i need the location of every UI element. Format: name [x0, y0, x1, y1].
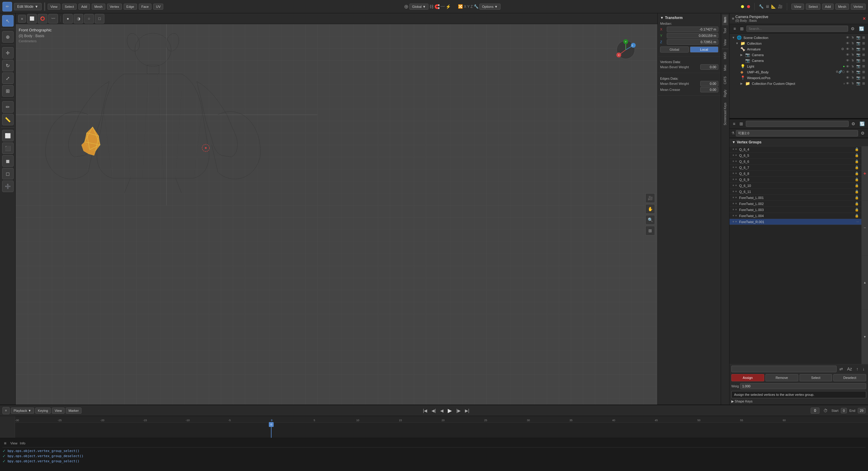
grid-toggle-btn[interactable]: ⊞: [645, 226, 655, 235]
edge-menu[interactable]: Edge: [124, 4, 137, 10]
loop-cut-btn[interactable]: ➕: [2, 181, 13, 192]
outliner-menu-btn[interactable]: ≡: [732, 25, 737, 32]
y-value[interactable]: 0.001159 m: [667, 33, 718, 38]
props-menu-btn[interactable]: ≡: [731, 120, 737, 127]
collection-item[interactable]: ▼ 📁 Collection 👁 🖱 📷 ⊞: [730, 40, 868, 46]
mean-crease-val[interactable]: 0.00: [700, 87, 718, 92]
vg-item-q67[interactable]: ⚬⚬ Q_6_7 🔒: [730, 165, 861, 171]
vg-item-foretwist-l003[interactable]: ⚬⚬ ForeTwist_L.003 🔒: [730, 207, 861, 213]
vg-item-q64[interactable]: ⚬⚬ Q_6_4 🔒: [730, 146, 861, 152]
transform-tool-btn[interactable]: ⊞: [2, 85, 13, 97]
mesh-menu[interactable]: Mesh: [92, 4, 105, 10]
props-display-btn[interactable]: ⊞: [738, 120, 745, 127]
vg-item-q611[interactable]: ⚬⚬ Q_6_11 🔒: [730, 189, 861, 195]
prev-keyframe-btn[interactable]: ◀|: [430, 407, 437, 414]
light-item[interactable]: 💡 Light ● 👁 🖱 📷 ⊞: [730, 63, 868, 69]
jump-start-btn[interactable]: |◀: [422, 407, 429, 414]
outliner-display-btn[interactable]: ⊞: [739, 25, 745, 32]
scene-collection-item[interactable]: ▼ 🌐 Scene Collection 👁 🖱 📷 ⊞: [730, 35, 868, 40]
vg-az-btn[interactable]: Az: [846, 365, 854, 372]
z-value[interactable]: 0.72851 m: [667, 39, 718, 45]
marker-menu[interactable]: Marker: [66, 408, 82, 414]
camera-view-btn[interactable]: 🎥: [645, 193, 655, 203]
far-vertex-menu[interactable]: Vertex: [851, 4, 866, 10]
nav-gizmo[interactable]: Z Y X: [615, 39, 636, 60]
viewport-canvas[interactable]: Front Orthographic (0) Body : Basis Cent…: [16, 24, 657, 405]
vg-sort-up-btn[interactable]: ↑: [855, 365, 860, 372]
ump45-body-item[interactable]: ◆ UMP-45_Body ⚙🔗⬡ 👁 🖱 📷 ⊞: [730, 69, 868, 75]
camera-parent-item[interactable]: ▶ 📷 Camera 👁 🖱 📷 ⊞: [730, 52, 868, 58]
far-select-menu[interactable]: Select: [806, 4, 820, 10]
x-value[interactable]: -0.17427 m: [667, 27, 718, 32]
play-back-btn[interactable]: ◀: [439, 407, 445, 414]
add-menu[interactable]: Add: [79, 4, 90, 10]
vg-item-foretwist-l004[interactable]: ⚬⚬ ForeTwist_L.004 🔒: [730, 213, 861, 219]
vg-move-up-btn[interactable]: ▲: [862, 256, 868, 310]
outliner-search-input[interactable]: [746, 26, 848, 32]
edit-mode-dropdown[interactable]: Edit Mode ▼: [14, 3, 42, 10]
vg-filter-input[interactable]: 可新2.0: [736, 130, 858, 137]
vg-add-btn[interactable]: +: [862, 146, 868, 201]
vg-deselect-btn[interactable]: Deselect: [833, 374, 866, 381]
outliner-sort-btn[interactable]: 🔃: [858, 25, 866, 32]
vg-remove-btn[interactable]: −: [862, 201, 868, 255]
props-sort-btn[interactable]: 🔃: [858, 120, 866, 127]
props-filter-btn[interactable]: ⚙: [850, 120, 857, 127]
options-btn[interactable]: Options ▼: [479, 4, 500, 10]
next-keyframe-btn[interactable]: |▶: [455, 407, 462, 414]
measure-tool-btn[interactable]: 📏: [2, 114, 13, 125]
item-tab[interactable]: Item: [722, 14, 728, 25]
add-cube-btn[interactable]: ⬜: [2, 130, 13, 141]
play-btn[interactable]: ▶: [446, 406, 454, 415]
material-mode-btn[interactable]: ◑: [73, 14, 83, 24]
view-timeline-menu[interactable]: View: [52, 408, 65, 414]
far-add-menu[interactable]: Add: [822, 4, 834, 10]
far-mesh-menu[interactable]: Mesh: [835, 4, 849, 10]
vg-item-q68[interactable]: ⚬⚬ Q_6_8 🔒: [730, 171, 861, 177]
view-menu[interactable]: View: [48, 4, 60, 10]
cursor-tool-btn[interactable]: ⊕: [2, 31, 13, 42]
far-view-menu[interactable]: View: [792, 4, 804, 10]
mmd-tab[interactable]: MMD: [722, 50, 728, 62]
mode-icon[interactable]: ✏: [2, 2, 12, 11]
vg-swap-btn[interactable]: ⇄: [838, 365, 844, 372]
keying-menu[interactable]: Keying: [35, 408, 51, 414]
extrude-btn[interactable]: ⬛: [2, 143, 13, 154]
vg-item-foretwist-l001[interactable]: ⚬⚬ ForeTwist_L.001 🔒: [730, 195, 861, 201]
armature-item[interactable]: 🦴 Armature ⚙ 👁 🖱 📷 ⊞: [730, 46, 868, 52]
wireframe-mode-btn[interactable]: □: [95, 14, 104, 24]
current-frame[interactable]: 0: [811, 408, 819, 414]
cats-tab[interactable]: CATS: [722, 74, 728, 87]
fps-btn[interactable]: ⏱: [822, 407, 829, 414]
vg-item-q66[interactable]: ⚬⚬ Q_6_6 🔒: [730, 158, 861, 165]
tool-tab[interactable]: Tool: [722, 26, 728, 36]
select-circle-btn[interactable]: ⭕: [38, 14, 48, 24]
inset-btn[interactable]: ◼: [2, 155, 13, 167]
mean-bevel-weight-vertex-val[interactable]: 0.00: [700, 64, 718, 70]
vg-move-down-btn[interactable]: ▼: [862, 310, 868, 364]
global-space-btn[interactable]: Global: [660, 47, 689, 53]
scale-tool-btn[interactable]: ⤢: [2, 72, 13, 84]
vg-assign-btn[interactable]: Assign: [731, 374, 764, 381]
mean-bevel-weight-edge-val[interactable]: 0.00: [700, 81, 718, 86]
end-frame[interactable]: 29: [858, 408, 866, 413]
misc-tab[interactable]: Misc: [722, 62, 728, 73]
camera-child-item[interactable]: 📷 Camera 👁 🖱 📷 ⊞: [730, 58, 868, 63]
rigify-tab[interactable]: Rigify: [722, 87, 728, 100]
face-menu[interactable]: Face: [139, 4, 151, 10]
vg-item-foretwist-r001[interactable]: ⚬⚬ ForeTwist_R.001 ···: [730, 219, 861, 225]
vg-item-foretwist-l002[interactable]: ⚬⚬ ForeTwist_L.002 🔒: [730, 201, 861, 207]
vg-remove-selected-btn[interactable]: Remove: [766, 374, 798, 381]
props-search-input[interactable]: [746, 121, 849, 127]
hand-tool-btn[interactable]: ✋: [645, 204, 655, 214]
vertex-menu[interactable]: Vertex: [107, 4, 122, 10]
select-box-btn[interactable]: ⬜: [27, 14, 37, 24]
screencast-keys-tab[interactable]: Screencast Keys: [722, 100, 728, 128]
bevel-btn[interactable]: ◻: [2, 168, 13, 179]
vg-select-btn[interactable]: Select: [800, 374, 832, 381]
close-icon[interactable]: ×: [863, 16, 866, 22]
solid-mode-btn[interactable]: ●: [63, 14, 73, 24]
zoom-btn[interactable]: 🔍: [645, 215, 655, 225]
move-tool-btn[interactable]: ✛: [2, 47, 13, 59]
uv-menu[interactable]: UV: [153, 4, 163, 10]
